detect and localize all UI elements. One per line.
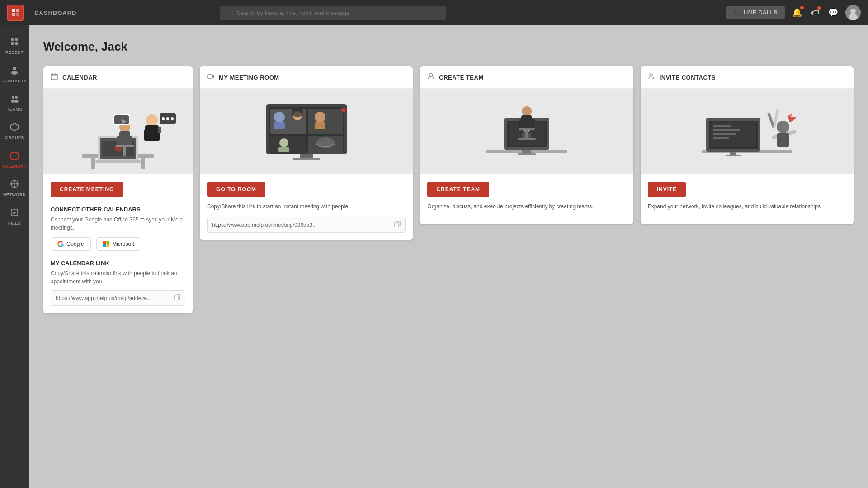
go-to-room-button[interactable]: GO TO ROOM bbox=[207, 182, 265, 197]
calendar-icon bbox=[10, 151, 19, 162]
sidebar-item-contacts[interactable]: CONTACTS bbox=[1, 61, 28, 88]
sidebar-item-files[interactable]: FILES bbox=[1, 203, 28, 230]
calendar-card-title: CALENDAR bbox=[62, 74, 97, 81]
sidebar-item-groups[interactable]: GROUPS bbox=[1, 118, 28, 145]
sidebar-item-contacts-label: CONTACTS bbox=[2, 79, 26, 83]
invite-contacts-desc: Expand your network, invite colleagues, … bbox=[648, 202, 846, 211]
svg-rect-71 bbox=[208, 75, 212, 78]
create-team-desc: Organize, discuss, and execute projects … bbox=[427, 202, 626, 211]
svg-rect-119 bbox=[713, 133, 736, 135]
svg-rect-7 bbox=[11, 38, 14, 41]
sidebar-item-recent-label: RECENT bbox=[5, 50, 24, 55]
search-input[interactable] bbox=[220, 6, 446, 20]
create-team-card-header: CREATE TEAM bbox=[420, 66, 633, 89]
meeting-room-illustration bbox=[243, 91, 370, 172]
svg-rect-101 bbox=[522, 150, 531, 153]
svg-marker-17 bbox=[11, 123, 18, 131]
svg-point-14 bbox=[15, 96, 18, 99]
microsoft-label: Microsoft bbox=[112, 241, 134, 247]
calendar-copy-icon[interactable] bbox=[174, 294, 180, 302]
meeting-room-card-header: MY MEETING ROOM bbox=[200, 66, 413, 89]
invite-contacts-card-body: INVITE Expand your network, invite colle… bbox=[641, 174, 854, 224]
files-icon bbox=[10, 208, 19, 219]
meeting-link-input-wrapper: https://www.app.melp.us/imeeting/936da3.… bbox=[207, 217, 406, 233]
messages-button[interactable]: 💬 bbox=[826, 6, 840, 19]
svg-rect-120 bbox=[713, 137, 729, 139]
main-content: Welcome, Jack CALENDAR bbox=[29, 25, 868, 488]
svg-point-63 bbox=[171, 117, 174, 120]
svg-rect-77 bbox=[274, 122, 285, 129]
svg-point-24 bbox=[14, 186, 15, 188]
svg-point-62 bbox=[166, 117, 169, 120]
svg-rect-48 bbox=[127, 136, 132, 146]
video-icon bbox=[207, 73, 214, 82]
svg-rect-91 bbox=[293, 158, 320, 160]
recent-icon bbox=[10, 37, 19, 48]
svg-rect-93 bbox=[395, 223, 399, 227]
google-label: Google bbox=[66, 241, 84, 247]
sidebar-item-recent[interactable]: RECENT bbox=[1, 33, 28, 59]
groups-icon bbox=[10, 122, 19, 134]
svg-rect-47 bbox=[117, 136, 123, 146]
svg-rect-33 bbox=[51, 74, 57, 80]
svg-rect-86 bbox=[278, 147, 289, 152]
meeting-room-desc: Copy/Share this link to start an instant… bbox=[207, 202, 406, 211]
sidebar: RECENT CONTACTS TEAMS GROUPS CALENDAR NE… bbox=[0, 25, 29, 488]
sidebar-item-calendar[interactable]: CALENDAR bbox=[1, 146, 28, 173]
invite-contacts-card-header: INVITE CONTACTS bbox=[641, 66, 854, 89]
calendar-card-header-icon bbox=[51, 73, 58, 82]
calendar-link-title: MY CALENDAR LINK bbox=[51, 260, 185, 267]
sidebar-item-network-label: NETWORK bbox=[3, 192, 26, 197]
calendar-card-header: CALENDAR bbox=[43, 66, 193, 89]
meeting-copy-icon[interactable] bbox=[394, 221, 401, 229]
svg-rect-50 bbox=[123, 147, 126, 156]
live-calls-button[interactable]: 📞 LIVE CALLS bbox=[726, 6, 785, 19]
invite-contacts-card-title: INVITE CONTACTS bbox=[660, 74, 716, 81]
microsoft-oauth-button[interactable]: Microsoft bbox=[96, 237, 141, 251]
svg-rect-38 bbox=[91, 158, 95, 169]
svg-rect-108 bbox=[525, 130, 528, 138]
svg-point-5 bbox=[850, 9, 856, 14]
svg-rect-107 bbox=[519, 128, 535, 130]
bookmarks-button[interactable]: 🏷 bbox=[809, 6, 821, 19]
topbar: DASHBOARD 🔍 📞 LIVE CALLS 🔔 🏷 💬 bbox=[0, 0, 868, 25]
create-meeting-button[interactable]: CREATE MEETING bbox=[51, 182, 123, 197]
svg-rect-2 bbox=[12, 13, 15, 16]
svg-point-12 bbox=[11, 71, 18, 75]
svg-rect-118 bbox=[713, 129, 740, 131]
svg-point-76 bbox=[274, 112, 285, 122]
connect-calendars-title: CONNECT OTHER CALENDARS bbox=[51, 206, 185, 213]
connect-calendars-desc: Connect your Google and Office 365 to sy… bbox=[51, 216, 185, 232]
user-avatar[interactable] bbox=[845, 5, 861, 20]
meeting-link-text: https://www.app.melp.us/imeeting/936da3.… bbox=[212, 222, 394, 228]
svg-rect-68 bbox=[107, 244, 110, 248]
calendar-card-body: CREATE MEETING CONNECT OTHER CALENDARS C… bbox=[43, 174, 193, 313]
sidebar-item-calendar-label: CALENDAR bbox=[2, 164, 27, 169]
create-team-card: CREATE TEAM bbox=[420, 66, 633, 224]
notifications-button[interactable]: 🔔 bbox=[790, 6, 804, 19]
svg-point-26 bbox=[16, 183, 18, 185]
invite-contacts-illustration bbox=[688, 91, 806, 172]
invite-person-icon bbox=[648, 73, 655, 82]
invite-button[interactable]: INVITE bbox=[648, 182, 686, 197]
sidebar-item-teams-label: TEAMS bbox=[7, 107, 22, 112]
svg-point-11 bbox=[13, 67, 16, 70]
svg-rect-83 bbox=[315, 122, 326, 129]
calendar-card: CALENDAR bbox=[43, 66, 193, 313]
svg-rect-117 bbox=[713, 125, 731, 127]
teams-icon bbox=[10, 94, 19, 105]
topbar-right: 📞 LIVE CALLS 🔔 🏷 💬 bbox=[726, 5, 861, 20]
svg-rect-121 bbox=[730, 152, 736, 155]
svg-rect-18 bbox=[11, 153, 18, 159]
google-oauth-button[interactable]: Google bbox=[51, 237, 91, 251]
sidebar-item-teams[interactable]: TEAMS bbox=[1, 89, 28, 116]
meeting-room-card-title: MY MEETING ROOM bbox=[219, 74, 279, 81]
sidebar-item-files-label: FILES bbox=[8, 221, 21, 225]
microsoft-icon bbox=[103, 241, 109, 247]
meeting-room-card: MY MEETING ROOM bbox=[200, 66, 413, 240]
svg-rect-127 bbox=[777, 133, 789, 147]
svg-point-79 bbox=[292, 108, 303, 117]
create-team-button[interactable]: CREATE TEAM bbox=[427, 182, 489, 197]
sidebar-item-network[interactable]: NETWORK bbox=[1, 175, 28, 202]
svg-rect-105 bbox=[519, 119, 523, 128]
